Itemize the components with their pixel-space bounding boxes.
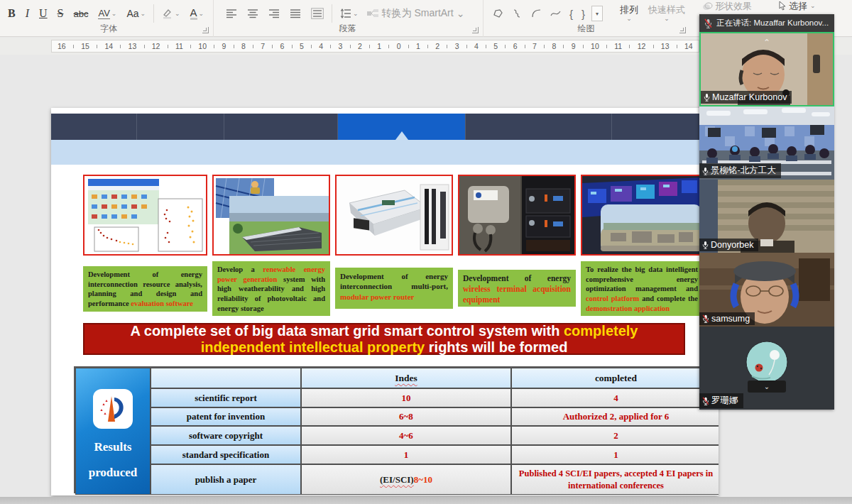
- nav-tab-5[interactable]: [466, 114, 612, 140]
- ruler-numbers: 1615141312111098765432101234567891011121…: [51, 40, 699, 53]
- smartart-icon: [366, 9, 379, 18]
- right-brace-shape-button[interactable]: }: [579, 6, 587, 21]
- strikethrough-button[interactable]: S: [55, 6, 66, 21]
- character-spacing-button[interactable]: AV⌄: [96, 6, 119, 21]
- convert-to-smartart-button[interactable]: 转换为 SmartArt ⌄: [366, 7, 465, 20]
- software-screenshot-graphic: [84, 176, 206, 254]
- curve-shape-icon: [550, 9, 561, 18]
- mic-muted-icon: [702, 314, 709, 323]
- left-brace-shape-button[interactable]: {: [567, 6, 575, 21]
- scribble-shape-icon: [512, 9, 523, 18]
- italic-button[interactable]: I: [23, 6, 31, 21]
- freeform-shape-icon: [493, 9, 503, 18]
- table-header-empty: [151, 368, 301, 388]
- participant-name-label: 景柳铭-北方工大: [699, 163, 781, 178]
- results-table[interactable]: Results produced Indes completed scienti…: [74, 366, 719, 493]
- image-power-router[interactable]: [335, 175, 453, 256]
- image-resource-analysis-software[interactable]: [83, 175, 207, 256]
- highlight-color-button[interactable]: ⌄: [160, 6, 182, 21]
- divider: [153, 4, 154, 23]
- image-acquisition-equipment[interactable]: [458, 175, 576, 256]
- align-left-button[interactable]: [224, 7, 239, 20]
- align-right-button[interactable]: [266, 7, 282, 20]
- align-right-icon: [268, 9, 280, 18]
- chevron-down-icon: ⌄: [353, 11, 359, 17]
- chevron-down-icon: ⌄: [457, 8, 465, 19]
- photovoltaic-plant-graphic: [214, 176, 329, 254]
- chevron-down-icon: ⌄: [199, 11, 204, 17]
- font-color-button[interactable]: A⌄: [188, 6, 207, 22]
- meeting-panel-header[interactable]: 正在讲话: Muzaffar Kurbonov...: [699, 14, 834, 32]
- more-shapes-button[interactable]: ▾: [591, 6, 603, 21]
- green-box-1[interactable]: Development of energy interconnection re…: [83, 266, 207, 312]
- participant-video[interactable]: ⌄ 罗珊娜: [699, 327, 834, 410]
- highlighter-icon: [162, 8, 173, 19]
- line-spacing-button[interactable]: ⌄: [338, 7, 361, 20]
- row-label: publish a paper: [151, 464, 301, 495]
- curve-shape-button[interactable]: [548, 7, 563, 20]
- row-completed-value: 2: [511, 426, 719, 445]
- drawing-group-label: 绘图: [484, 23, 689, 35]
- row-index-value: 10: [301, 388, 511, 407]
- drawing-dialog-launcher[interactable]: [679, 27, 686, 33]
- freeform-shape-button[interactable]: [491, 7, 506, 20]
- green-box-4[interactable]: Development of energy wireless terminal …: [458, 270, 576, 307]
- scribble-shape-button[interactable]: [510, 7, 525, 20]
- collapse-panel-button[interactable]: ⌄: [748, 380, 786, 393]
- participant-name-label: 罗珊娜: [699, 393, 743, 408]
- ribbon-group-paragraph: ⌄ 转换为 SmartArt ⌄ 段落: [213, 0, 481, 37]
- mic-icon: [702, 241, 709, 249]
- green-box-2[interactable]: Develop a renewable energy power generat…: [212, 261, 330, 316]
- green-box-3[interactable]: Development of energy interconnection mu…: [335, 268, 453, 309]
- justify-icon: [290, 9, 301, 18]
- acquisition-equipment-graphic: [459, 176, 574, 254]
- row-index-value: 6~8: [301, 407, 511, 426]
- row-completed-value: 1: [511, 445, 719, 464]
- bold-button[interactable]: B: [6, 6, 18, 21]
- align-center-icon: [247, 9, 258, 18]
- participant-video[interactable]: 景柳铭-北方工大: [699, 106, 834, 180]
- distribute-button[interactable]: [309, 6, 326, 21]
- align-center-button[interactable]: [245, 7, 261, 20]
- nav-tab-1[interactable]: [51, 114, 137, 140]
- row-completed-value: Authorized 2, applied for 6: [511, 407, 719, 426]
- image-control-platform-room[interactable]: [581, 175, 703, 256]
- chevron-down-icon: ⌄: [764, 383, 770, 390]
- change-case-button[interactable]: Aa⌄: [124, 6, 148, 21]
- green-description-row: Development of energy interconnection re…: [83, 261, 719, 316]
- shape-effects-button[interactable]: 形状效果: [699, 0, 755, 13]
- chevron-up-icon[interactable]: ⌃: [763, 38, 770, 48]
- strike-abc-button[interactable]: abc: [71, 7, 90, 21]
- mic-muted-icon: [702, 397, 709, 405]
- control-room-graphic: [582, 176, 701, 254]
- ribbon-group-drawing: { } ▾ 排列 ⌄ 快速样式 ⌄ 绘图: [483, 0, 689, 37]
- distribute-icon: [311, 8, 324, 19]
- headline-banner[interactable]: A complete set of big data smart grid sm…: [83, 323, 685, 355]
- participant-name-label: samsumg: [699, 312, 755, 325]
- chevron-down-icon: ⌄: [175, 11, 180, 17]
- arc-shape-button[interactable]: [529, 7, 544, 20]
- logo-graphic: [97, 393, 129, 424]
- paragraph-dialog-launcher[interactable]: [472, 27, 479, 33]
- arrange-button[interactable]: 排列 ⌄: [617, 4, 641, 23]
- meeting-panel: 正在讲话: Muzaffar Kurbonov... ⌃ Muzaffar Ku…: [699, 14, 834, 410]
- green-box-5[interactable]: To realize the big data intelligent comp…: [581, 261, 703, 316]
- ribbon-group-font: B I U S abc AV⌄ Aa⌄ ⌄ A⌄ 字体: [6, 0, 212, 37]
- quick-styles-button[interactable]: 快速样式 ⌄: [645, 4, 688, 23]
- nav-tab-4-active[interactable]: [338, 114, 466, 140]
- row-completed-value: 4: [511, 388, 719, 407]
- underline-button[interactable]: U: [37, 6, 50, 21]
- justify-button[interactable]: [288, 7, 303, 20]
- nav-tab-2[interactable]: [137, 114, 224, 140]
- image-photovoltaic-plant[interactable]: [212, 175, 330, 256]
- row-index-value: 1: [301, 445, 511, 464]
- participant-video[interactable]: Donyorbek: [699, 180, 834, 253]
- font-dialog-launcher[interactable]: [202, 27, 209, 33]
- select-button[interactable]: 选择 ⌄: [776, 0, 819, 13]
- nav-tab-3[interactable]: [224, 114, 338, 140]
- row-label: patent for invention: [151, 407, 301, 426]
- slide-canvas[interactable]: Development of energy interconnection re…: [51, 108, 719, 495]
- participant-video[interactable]: ⌃ Muzaffar Kurbonov: [699, 32, 834, 106]
- participant-video[interactable]: samsumg: [699, 253, 834, 327]
- results-label-line1: Results: [94, 440, 132, 454]
